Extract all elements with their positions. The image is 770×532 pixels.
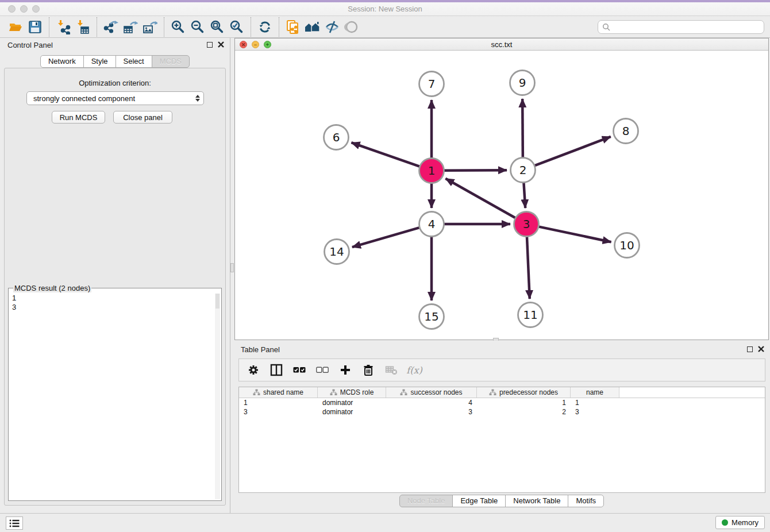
edge-2-3[interactable] bbox=[523, 182, 525, 208]
node-6[interactable]: 6 bbox=[324, 125, 349, 150]
network-canvas[interactable]: 1234678910111415 bbox=[235, 51, 768, 340]
edge-2-9[interactable] bbox=[522, 99, 523, 159]
result-scrollbar[interactable] bbox=[215, 294, 220, 499]
close-panel-icon[interactable] bbox=[218, 41, 224, 48]
vertical-split-handle[interactable] bbox=[230, 263, 234, 272]
export-image-icon[interactable] bbox=[140, 18, 160, 36]
edge-1-6[interactable] bbox=[351, 142, 421, 167]
table-cell: 3 bbox=[386, 408, 477, 416]
node-1[interactable]: 1 bbox=[419, 159, 444, 183]
close-panel-button[interactable]: Close panel bbox=[113, 111, 172, 124]
tab-network-table[interactable]: Network Table bbox=[505, 495, 568, 507]
zoom-in-icon[interactable] bbox=[168, 18, 188, 36]
control-panel-title: Control Panel bbox=[7, 41, 53, 49]
tab-style[interactable]: Style bbox=[83, 55, 116, 68]
export-network-icon[interactable] bbox=[101, 18, 121, 36]
float-panel-icon[interactable] bbox=[207, 42, 213, 48]
search-input bbox=[611, 23, 760, 32]
edge-1-2[interactable] bbox=[443, 170, 507, 171]
table-cell: dominator bbox=[318, 399, 386, 407]
select-all-checkboxes-icon[interactable] bbox=[291, 361, 308, 379]
tab-edge-table[interactable]: Edge Table bbox=[452, 495, 506, 507]
export-table-icon[interactable] bbox=[121, 18, 140, 36]
table-row[interactable]: 3dominator323 bbox=[239, 407, 765, 417]
dropdown-arrows-icon bbox=[195, 95, 200, 102]
attribute-tree-icon bbox=[330, 389, 337, 396]
table-cell: 1 bbox=[571, 399, 619, 407]
hide-selected-icon[interactable] bbox=[322, 18, 342, 36]
tab-mcds[interactable]: MCDS bbox=[152, 55, 190, 68]
table-cell: 1 bbox=[477, 399, 571, 407]
settings-gear-icon[interactable] bbox=[245, 361, 262, 379]
status-bar: Memory bbox=[0, 513, 770, 532]
tab-motifs[interactable]: Motifs bbox=[568, 495, 604, 507]
table-cell: 2 bbox=[477, 408, 571, 416]
memory-label: Memory bbox=[732, 518, 759, 527]
network-view-window: ✕ − + scc.txt 1234678910111415 bbox=[234, 38, 769, 340]
task-history-button[interactable] bbox=[6, 516, 23, 530]
attribute-tree-icon bbox=[400, 389, 407, 396]
node-14[interactable]: 14 bbox=[325, 240, 349, 264]
column-header-shared-name[interactable]: shared name bbox=[239, 387, 318, 398]
table-cell: dominator bbox=[318, 408, 386, 416]
refresh-layout-icon[interactable] bbox=[255, 18, 275, 36]
window-title: Session: New Session bbox=[0, 2, 770, 16]
network-window-titlebar[interactable]: ✕ − + scc.txt bbox=[235, 38, 768, 51]
memory-status-icon bbox=[722, 519, 728, 526]
tab-node-table[interactable]: Node Table bbox=[399, 495, 453, 507]
node-4[interactable]: 4 bbox=[419, 212, 444, 237]
table-cell: 3 bbox=[571, 408, 619, 416]
zoom-fit-icon[interactable] bbox=[207, 18, 227, 36]
svg-text:9: 9 bbox=[519, 76, 526, 90]
zoom-selected-icon[interactable] bbox=[227, 18, 247, 36]
column-layout-icon[interactable] bbox=[268, 361, 285, 379]
table-body: 1dominator4113dominator323 bbox=[239, 398, 765, 417]
node-3[interactable]: 3 bbox=[514, 212, 539, 237]
import-table-icon[interactable] bbox=[73, 18, 93, 36]
search-field[interactable] bbox=[598, 20, 764, 34]
attribute-tree-icon bbox=[489, 389, 496, 396]
add-icon[interactable] bbox=[337, 361, 354, 379]
node-15[interactable]: 15 bbox=[419, 304, 444, 329]
edge-2-8[interactable] bbox=[534, 137, 611, 166]
column-header-successor-nodes[interactable]: successor nodes bbox=[386, 387, 477, 398]
save-session-icon[interactable] bbox=[25, 18, 45, 36]
network-from-selection-icon[interactable] bbox=[283, 18, 303, 36]
table-header: shared nameMCDS rolesuccessor nodesprede… bbox=[239, 387, 765, 398]
run-mcds-button[interactable]: Run MCDS bbox=[52, 111, 105, 124]
edge-4-14[interactable] bbox=[352, 228, 421, 248]
column-header-predecessor-nodes[interactable]: predecessor nodes bbox=[477, 387, 571, 398]
deselect-all-checkboxes-icon[interactable] bbox=[314, 361, 331, 379]
column-header-MCDS-role[interactable]: MCDS role bbox=[318, 387, 386, 398]
criterion-dropdown[interactable]: strongly connected component bbox=[26, 91, 204, 105]
svg-text:1: 1 bbox=[428, 164, 436, 178]
attribute-tree-icon bbox=[253, 389, 260, 396]
node-11[interactable]: 11 bbox=[518, 303, 543, 327]
edge-3-11[interactable] bbox=[527, 236, 530, 299]
tab-select[interactable]: Select bbox=[116, 55, 152, 68]
open-session-icon[interactable] bbox=[6, 18, 25, 36]
criterion-value: strongly connected component bbox=[33, 94, 135, 103]
table-row[interactable]: 1dominator411 bbox=[239, 398, 765, 407]
edge-3-10[interactable] bbox=[538, 226, 611, 242]
zoom-out-icon[interactable] bbox=[188, 18, 207, 36]
column-header-name[interactable]: name bbox=[571, 387, 619, 398]
memory-button[interactable]: Memory bbox=[715, 516, 765, 529]
first-neighbors-icon[interactable] bbox=[303, 18, 322, 36]
float-table-panel-icon[interactable] bbox=[747, 346, 753, 352]
tab-network[interactable]: Network bbox=[40, 55, 84, 68]
edge-3-1[interactable] bbox=[445, 179, 516, 218]
node-9[interactable]: 9 bbox=[510, 71, 535, 95]
node-10[interactable]: 10 bbox=[615, 233, 640, 258]
svg-text:15: 15 bbox=[424, 310, 438, 323]
node-2[interactable]: 2 bbox=[511, 158, 536, 183]
node-7[interactable]: 7 bbox=[419, 72, 444, 97]
import-network-icon[interactable] bbox=[53, 18, 73, 36]
main-toolbar bbox=[0, 16, 770, 38]
close-table-panel-icon[interactable] bbox=[758, 346, 764, 352]
svg-text:4: 4 bbox=[428, 217, 436, 231]
list-icon bbox=[9, 519, 20, 528]
svg-text:3: 3 bbox=[523, 217, 530, 231]
node-8[interactable]: 8 bbox=[614, 119, 638, 144]
delete-trash-icon[interactable] bbox=[360, 361, 377, 379]
